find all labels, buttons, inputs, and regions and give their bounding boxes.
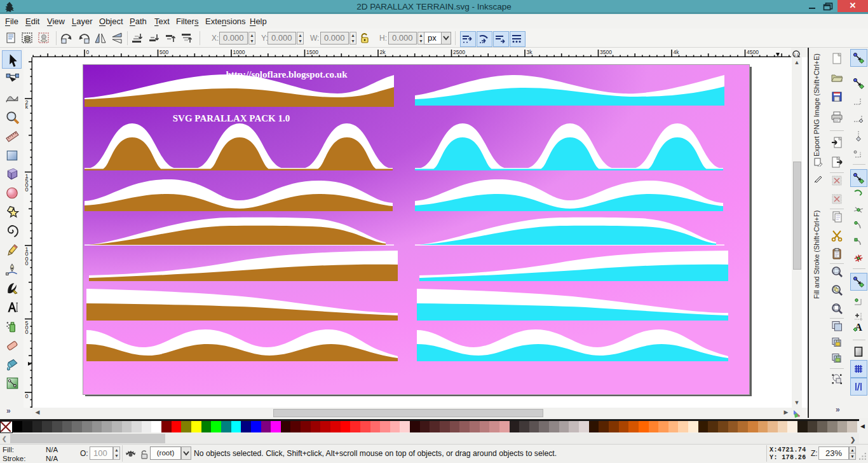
svg-text:3500: 3500 [600, 49, 612, 55]
svg-text:500: 500 [159, 49, 168, 55]
svg-text:http://soloflare.blogspot.co.u: http://soloflare.blogspot.co.uk [226, 69, 348, 79]
svg-text:4500: 4500 [747, 49, 759, 55]
svg-text:1500: 1500 [306, 49, 318, 55]
svg-text:k: k [25, 104, 29, 110]
svg-text:0: 0 [25, 186, 28, 193]
svg-text:0: 0 [25, 329, 28, 335]
svg-text:1000: 1000 [233, 49, 245, 55]
svg-text:4k: 4k [674, 49, 680, 55]
svg-text:1:1: 1:1 [794, 53, 799, 57]
svg-text:3k: 3k [527, 49, 533, 55]
svg-text:0: 0 [25, 393, 28, 399]
svg-text:0: 0 [86, 49, 90, 55]
svg-text:2k: 2k [380, 49, 386, 55]
svg-text:2500: 2500 [453, 49, 465, 55]
svg-text:0: 0 [25, 260, 28, 266]
svg-text:SVG PARALLAX PACK 1.0: SVG PARALLAX PACK 1.0 [173, 113, 290, 123]
